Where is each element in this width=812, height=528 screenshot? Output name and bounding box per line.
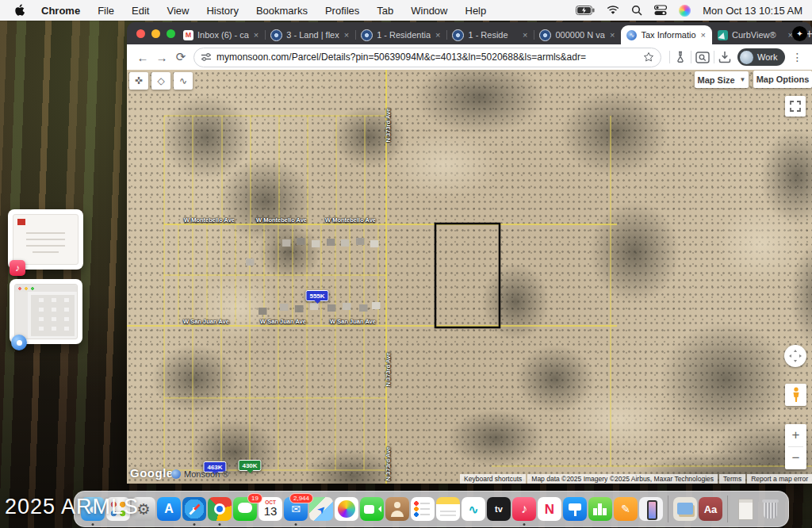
flexmls-favicon (361, 29, 373, 41)
dock-pages-icon[interactable]: ✎ (614, 497, 638, 521)
chrome-labs-icon[interactable] (674, 51, 687, 63)
tab-1-reside[interactable]: 1 - Reside× (446, 25, 534, 44)
running-indicator-dot (295, 523, 297, 526)
dock-mail-icon[interactable]: ✉2,944 (284, 497, 308, 521)
site-settings-icon[interactable] (201, 52, 212, 62)
pegman-icon (791, 387, 802, 403)
dock-calendar-icon[interactable]: OCT13 (259, 497, 282, 521)
menu-bar-clock[interactable]: Mon Oct 13 10:15 AM (703, 5, 802, 17)
menu-edit[interactable]: Edit (132, 5, 149, 17)
tab-label: 1 - Reside (468, 30, 518, 40)
siri-icon[interactable] (679, 5, 691, 17)
url-text[interactable]: mymonsoon.com/Parcel/Details?pin=5063909… (216, 52, 638, 63)
bookmark-star-icon[interactable] (643, 52, 654, 63)
menu-help[interactable]: Help (465, 5, 487, 17)
dock-chrome-icon[interactable] (208, 497, 232, 521)
menu-history[interactable]: History (206, 5, 238, 17)
price-marker-555k[interactable]: 555K (305, 290, 328, 301)
menu-profiles[interactable]: Profiles (325, 5, 359, 17)
profile-name: Work (757, 52, 777, 62)
tab-close-icon[interactable]: × (700, 30, 707, 40)
dock-dictionary-icon[interactable]: Aa (699, 497, 722, 521)
apple-logo-icon[interactable] (14, 4, 26, 17)
dock-numbers-icon[interactable] (588, 497, 612, 521)
zoom-in-button[interactable]: + (785, 424, 806, 446)
menu-tab[interactable]: Tab (377, 5, 393, 17)
menu-window[interactable]: Window (411, 5, 447, 17)
dock-trash-icon[interactable] (758, 497, 782, 521)
fullscreen-icon (790, 101, 801, 112)
keyboard-shortcuts-link[interactable]: Keyboard shortcuts (460, 474, 526, 484)
dock-freeform-icon[interactable]: ∿ (462, 497, 485, 521)
dock-photos-icon[interactable] (335, 497, 358, 521)
search-icon[interactable] (631, 5, 642, 16)
dock-safari-icon[interactable] (182, 497, 206, 521)
terms-link[interactable]: Terms (719, 474, 745, 484)
dock-downloads-icon[interactable] (673, 497, 697, 521)
dock-news-icon[interactable]: N (538, 497, 561, 521)
pan-tool-button[interactable]: ✜ (129, 72, 148, 90)
polygon-tool-button[interactable]: ◇ (151, 72, 170, 90)
tab-label: 3 - Land | flex (286, 30, 339, 40)
dock-messages-icon[interactable]: 19 (233, 497, 257, 521)
dock-music-icon[interactable]: ♪ (512, 497, 536, 521)
pan-compass-button[interactable] (784, 345, 806, 367)
menu-file[interactable]: File (98, 5, 114, 17)
monsoon-favicon: ∿ (626, 30, 637, 40)
report-error-link[interactable]: Report a map error (747, 474, 812, 484)
zoom-out-button[interactable]: − (785, 447, 806, 469)
minimize-window-button[interactable] (151, 29, 160, 38)
tab-inbox-6-ca[interactable]: MInbox (6) - ca× (178, 25, 265, 44)
tab-curbview-[interactable]: CurbView®× (712, 25, 799, 44)
tab-close-icon[interactable]: × (609, 30, 615, 40)
profile-button[interactable]: Work (737, 48, 785, 66)
dock-app-store-icon[interactable]: A (157, 497, 181, 521)
close-window-button[interactable] (136, 29, 145, 38)
notification-badge: 19 (247, 493, 262, 503)
tab-close-icon[interactable]: × (435, 30, 441, 40)
dock-iphone-icon[interactable] (639, 497, 663, 521)
menu-items: ChromeFileEditViewHistoryBookmarksProfil… (41, 5, 486, 17)
street-view-pegman-button[interactable] (785, 384, 806, 406)
menu-bookmarks[interactable]: Bookmarks (256, 5, 308, 17)
measure-tool-button[interactable]: ∿ (174, 72, 193, 90)
browser-menu-button[interactable]: ⋮ (791, 51, 802, 63)
dock-appletv-icon[interactable]: tv (487, 497, 511, 521)
window-preview-2[interactable] (10, 279, 82, 344)
running-indicator-dot (92, 523, 94, 526)
tab-organize-button[interactable]: ✦ (792, 26, 807, 41)
tab-000000-n-va[interactable]: 000000 N va× (534, 25, 621, 44)
control-center-icon[interactable] (654, 5, 667, 16)
tab-1-residentia[interactable]: 1 - Residentia× (355, 25, 446, 44)
menu-view[interactable]: View (167, 5, 189, 17)
reload-button[interactable]: ⟳ (171, 50, 190, 64)
dock-facetime-icon[interactable] (360, 497, 384, 521)
lens-search-icon[interactable] (695, 52, 710, 63)
address-bar[interactable]: mymonsoon.com/Parcel/Details?pin=5063909… (193, 48, 661, 67)
running-indicator-dot (219, 523, 221, 526)
downloads-icon[interactable] (718, 51, 731, 63)
dock-reminders-icon[interactable] (411, 497, 435, 521)
map-options-button[interactable]: Map Options (753, 71, 812, 88)
tab-close-icon[interactable]: × (522, 30, 528, 40)
menu-chrome[interactable]: Chrome (41, 5, 80, 17)
dock-keynote-icon[interactable] (563, 497, 587, 521)
zoom-window-button[interactable] (167, 29, 175, 38)
tab-label: Tax Informatio (641, 30, 695, 40)
tab-close-icon[interactable]: × (343, 30, 350, 40)
dock-notes-icon[interactable] (436, 497, 460, 521)
tab-close-icon[interactable]: × (253, 30, 259, 40)
dock-maps-icon[interactable]: ➤ (309, 497, 333, 521)
map-size-dropdown[interactable]: Map Size▼ (695, 71, 749, 88)
back-button[interactable]: ← (133, 51, 152, 64)
tab-tax-informatio[interactable]: ∿Tax Informatio× (621, 25, 712, 44)
dock-contacts-icon[interactable] (385, 497, 409, 521)
tab-3-land-flex[interactable]: 3 - Land | flex× (265, 25, 355, 44)
window-preview-1[interactable]: ♪ (8, 209, 83, 270)
dock-document-icon[interactable] (733, 497, 756, 521)
fullscreen-button[interactable] (785, 96, 806, 117)
price-marker-430k[interactable]: 430K (238, 460, 261, 471)
parcel-map[interactable]: W Montebello AveW Montebello AveW Monteb… (127, 70, 812, 484)
monsoon-brand: Monsoon ® (171, 469, 228, 479)
forward-button[interactable]: → (152, 51, 171, 64)
